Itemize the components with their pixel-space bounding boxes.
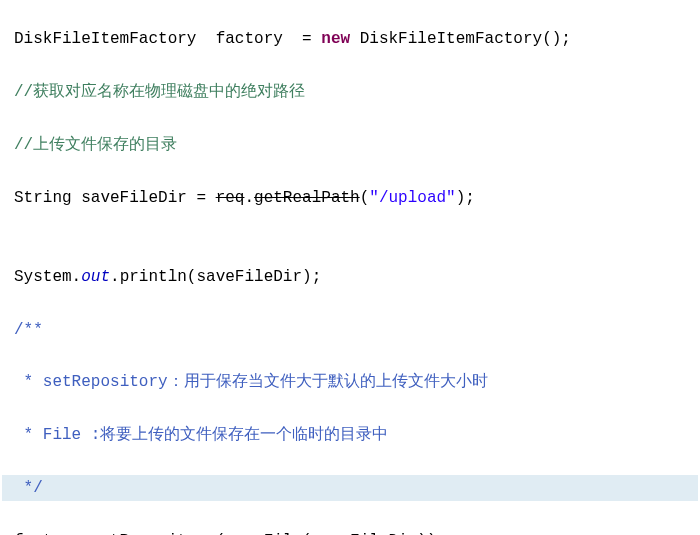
code-line-7: /** bbox=[2, 317, 698, 343]
string-literal: "/upload" bbox=[369, 189, 455, 207]
javadoc-start: /** bbox=[14, 321, 43, 339]
comment: //获取对应名称在物理磁盘中的绝对路径 bbox=[14, 83, 305, 101]
code-block: DiskFileItemFactory factory = new DiskFi… bbox=[0, 0, 700, 535]
code-line-4: String saveFileDir = req.getRealPath("/u… bbox=[2, 185, 698, 211]
code-line-10: */ bbox=[2, 475, 698, 501]
static-field-out: out bbox=[81, 268, 110, 286]
type-name: DiskFileItemFactory bbox=[360, 30, 542, 48]
code-line-2: //获取对应名称在物理磁盘中的绝对路径 bbox=[2, 79, 698, 105]
variable: factory bbox=[216, 30, 283, 48]
code-line-9: * File :将要上传的文件保存在一个临时的目录中 bbox=[2, 422, 698, 448]
req-object: req bbox=[216, 189, 245, 207]
comment: //上传文件保存的目录 bbox=[14, 136, 177, 154]
javadoc-end: */ bbox=[14, 479, 43, 497]
code-line-6: System.out.println(saveFileDir); bbox=[2, 264, 698, 290]
code-line-8: * setRepository：用于保存当文件大于默认的上传文件大小时 bbox=[2, 369, 698, 395]
code-line-11: factory.setRepository(new File(saveFileD… bbox=[2, 528, 698, 535]
code-line-1: DiskFileItemFactory factory = new DiskFi… bbox=[2, 26, 698, 52]
keyword-new: new bbox=[321, 30, 350, 48]
type-name: DiskFileItemFactory bbox=[14, 30, 196, 48]
code-line-3: //上传文件保存的目录 bbox=[2, 132, 698, 158]
method-getrealpath: getRealPath bbox=[254, 189, 360, 207]
